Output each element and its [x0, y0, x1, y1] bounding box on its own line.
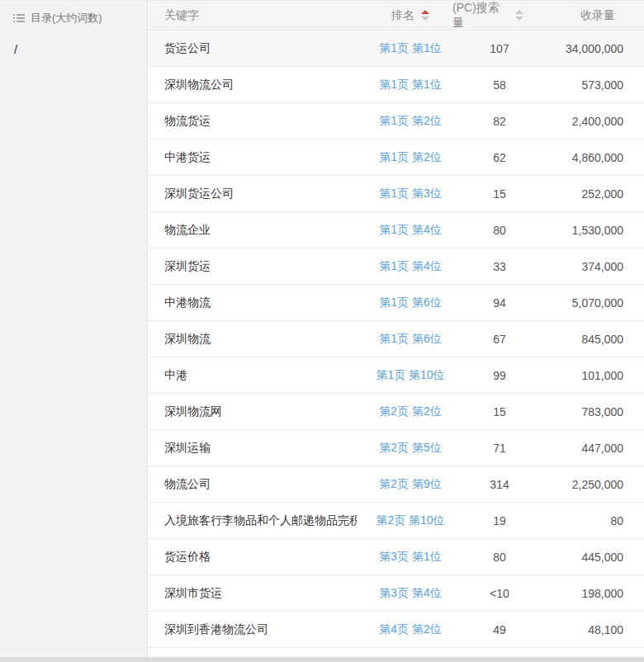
rank-link[interactable]: 第1页 第3位 — [379, 187, 441, 200]
table-row: 中港 第1页 第10位 99 101,000 — [148, 357, 644, 394]
rank-link[interactable]: 第2页 第9位 — [379, 477, 441, 490]
pc-volume-cell: 62 — [464, 151, 535, 164]
keyword-cell: 物流货运 — [148, 114, 357, 129]
list-icon — [13, 13, 25, 23]
table-row: 货运公司 第1页 第1位 107 34,000,000 — [148, 31, 644, 67]
table-row: 深圳运输 第2页 第5位 71 447,000 — [148, 430, 644, 466]
keyword-cell: 深圳物流 — [148, 332, 357, 347]
table-row: 深圳物流 第1页 第6位 67 845,000 — [148, 321, 644, 357]
rank-link[interactable]: 第1页 第1位 — [379, 78, 441, 91]
table-row: 入境旅客行李物品和个人邮递物品完税价格表 第2页 第10位 19 80 — [148, 503, 644, 539]
table-row: 物流公司 第2页 第9位 314 2,250,000 — [148, 466, 644, 503]
index-volume-cell: 2,400,000 — [535, 115, 644, 128]
table-row: 深圳货运 第1页 第4位 33 374,000 — [148, 248, 644, 285]
keyword-cell: 中港货运 — [148, 150, 357, 165]
pc-volume-cell: 80 — [464, 551, 535, 564]
table-row: 物流货运 第1页 第2位 82 2,400,000 — [148, 103, 644, 139]
pc-volume-cell: 58 — [464, 78, 535, 92]
table-row: 货运价格 第3页 第1位 80 445,000 — [148, 539, 644, 575]
table-row: 深圳货运公司 第1页 第3位 15 252,000 — [148, 176, 644, 212]
index-volume-cell: 80 — [535, 514, 644, 527]
table-row: 物流企业 第1页 第4位 80 1,530,000 — [148, 212, 644, 248]
rank-link[interactable]: 第3页 第1位 — [379, 550, 441, 563]
pc-volume-cell: 33 — [464, 260, 535, 273]
index-volume-cell: 573,000 — [535, 78, 644, 92]
keyword-rank-panel: 目录(大约词数) / 关键字 排名 (PC)搜索量 收录量 货运公司 第1页 第… — [0, 0, 644, 662]
table-body: 货运公司 第1页 第1位 107 34,000,000 深圳物流公司 第1页 第… — [148, 31, 644, 662]
table-row: 深圳物流网 第2页 第2位 15 783,000 — [148, 394, 644, 430]
rank-link[interactable]: 第2页 第2位 — [379, 404, 441, 418]
sidebar-header: 目录(大约词数) — [0, 1, 147, 26]
index-volume-cell: 252,000 — [535, 187, 644, 201]
sidebar-title: 目录(大约词数) — [31, 11, 102, 26]
pc-volume-cell: 107 — [464, 42, 535, 55]
pc-volume-cell: 82 — [464, 115, 535, 128]
index-volume-cell: 5,070,000 — [535, 296, 644, 310]
keyword-cell: 货运价格 — [148, 550, 357, 565]
pc-volume-cell: 49 — [464, 623, 535, 636]
column-header-pc-volume[interactable]: (PC)搜索量 — [452, 1, 523, 31]
rank-link[interactable]: 第1页 第2位 — [379, 114, 441, 127]
pc-volume-cell: 80 — [464, 224, 535, 237]
column-header-rank-label: 排名 — [391, 8, 414, 23]
index-volume-cell: 198,000 — [535, 587, 644, 600]
sort-arrows-rank-icon[interactable] — [421, 10, 429, 21]
keyword-cell: 物流公司 — [148, 477, 357, 492]
index-volume-cell: 845,000 — [535, 333, 644, 346]
rank-link[interactable]: 第1页 第1位 — [379, 41, 441, 54]
column-header-keyword: 关键字 — [148, 8, 357, 23]
table-header: 关键字 排名 (PC)搜索量 收录量 — [148, 1, 644, 31]
keyword-cell: 深圳货运公司 — [148, 187, 357, 201]
keyword-cell: 货运公司 — [148, 41, 357, 56]
index-volume-cell: 34,000,000 — [535, 42, 644, 55]
sidebar-item-root[interactable]: / — [0, 42, 147, 56]
index-volume-cell: 101,000 — [535, 369, 644, 382]
rank-link[interactable]: 第4页 第2位 — [379, 622, 441, 636]
column-header-index-volume: 收录量 — [523, 8, 644, 23]
horizontal-scrollbar[interactable] — [0, 657, 644, 662]
rank-link[interactable]: 第1页 第6位 — [379, 296, 441, 309]
keyword-cell: 深圳到香港物流公司 — [148, 622, 357, 637]
rank-link[interactable]: 第2页 第10位 — [376, 513, 444, 527]
index-volume-cell: 783,000 — [535, 405, 644, 418]
keyword-cell: 深圳运输 — [148, 441, 357, 456]
keyword-cell: 物流企业 — [148, 223, 357, 238]
table-row: 深圳物流公司 第1页 第1位 58 573,000 — [148, 67, 644, 103]
table-row: 中港货运 第1页 第2位 62 4,860,000 — [148, 139, 644, 176]
rank-link[interactable]: 第1页 第2位 — [379, 150, 441, 163]
keyword-cell: 中港物流 — [148, 296, 357, 310]
index-volume-cell: 445,000 — [535, 551, 644, 564]
column-header-pc-volume-label: (PC)搜索量 — [452, 1, 509, 31]
pc-volume-cell: 99 — [464, 369, 535, 382]
rank-link[interactable]: 第1页 第4位 — [379, 259, 441, 272]
column-header-rank[interactable]: 排名 — [357, 8, 464, 23]
index-volume-cell: 48,100 — [535, 623, 644, 636]
keyword-table: 关键字 排名 (PC)搜索量 收录量 货运公司 第1页 第1位 107 34,0… — [148, 1, 644, 662]
pc-volume-cell: <10 — [464, 587, 535, 600]
rank-link[interactable]: 第1页 第10位 — [376, 368, 444, 381]
index-volume-cell: 447,000 — [535, 442, 644, 455]
keyword-cell: 入境旅客行李物品和个人邮递物品完税价格表 — [148, 513, 357, 528]
pc-volume-cell: 71 — [464, 442, 535, 455]
index-volume-cell: 2,250,000 — [535, 478, 644, 491]
keyword-cell: 深圳市货运 — [148, 586, 357, 601]
rank-link[interactable]: 第3页 第4位 — [379, 586, 441, 599]
pc-volume-cell: 67 — [464, 333, 535, 346]
rank-link[interactable]: 第1页 第6位 — [379, 332, 441, 345]
keyword-cell: 深圳货运 — [148, 259, 357, 274]
pc-volume-cell: 15 — [464, 405, 535, 418]
pc-volume-cell: 15 — [464, 187, 535, 201]
index-volume-cell: 374,000 — [535, 260, 644, 273]
rank-link[interactable]: 第1页 第4位 — [379, 223, 441, 236]
pc-volume-cell: 19 — [464, 514, 535, 527]
rank-link[interactable]: 第2页 第5位 — [379, 441, 441, 454]
pc-volume-cell: 314 — [464, 478, 535, 491]
directory-sidebar: 目录(大约词数) / — [0, 1, 148, 662]
table-row: 深圳到香港物流公司 第4页 第2位 49 48,100 — [148, 612, 644, 648]
table-row: 中港物流 第1页 第6位 94 5,070,000 — [148, 285, 644, 321]
keyword-cell: 中港 — [148, 368, 357, 383]
pc-volume-cell: 94 — [464, 296, 535, 310]
keyword-cell: 深圳物流公司 — [148, 78, 357, 92]
index-volume-cell: 1,530,000 — [535, 224, 644, 237]
sort-arrows-pc-volume-icon[interactable] — [515, 10, 523, 21]
